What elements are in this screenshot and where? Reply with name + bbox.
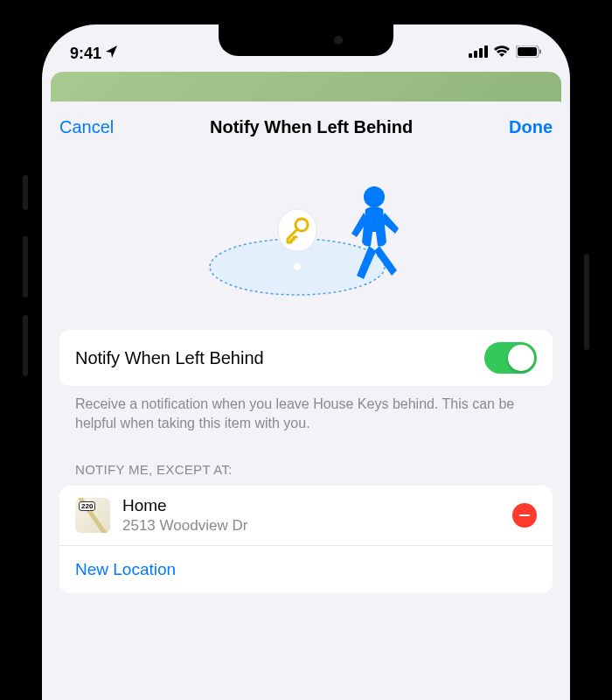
phone-frame: 9:41 Cancel Notify When <box>26 9 586 700</box>
screen: 9:41 Cancel Notify When <box>42 24 570 700</box>
status-left: 9:41 <box>70 45 119 63</box>
svg-point-10 <box>364 186 385 207</box>
location-name: Home <box>122 496 500 515</box>
svg-rect-1 <box>474 51 477 58</box>
location-text: Home 2513 Woodview Dr <box>122 496 500 535</box>
svg-rect-2 <box>479 48 483 58</box>
illustration <box>59 153 553 330</box>
map-thumbnail: 220 <box>75 498 110 533</box>
route-shield: 220 <box>79 501 95 511</box>
camera-dot <box>334 36 343 45</box>
mute-switch <box>23 175 28 210</box>
notify-toggle-card: Notify When Left Behind <box>59 330 553 386</box>
notify-toggle[interactable] <box>484 342 537 374</box>
svg-rect-3 <box>484 46 488 58</box>
modal-sheet: Cancel Notify When Left Behind Done <box>42 102 570 700</box>
done-button[interactable]: Done <box>509 117 553 137</box>
svg-rect-0 <box>469 53 472 58</box>
delete-location-button[interactable] <box>512 503 537 528</box>
power-button <box>584 254 589 350</box>
svg-rect-6 <box>539 50 541 54</box>
modal-title: Notify When Left Behind <box>210 117 413 137</box>
wifi-icon <box>493 46 511 61</box>
toggle-label: Notify When Left Behind <box>75 348 264 368</box>
description-text: Receive a notification when you leave Ho… <box>59 386 553 455</box>
notch <box>219 24 393 56</box>
status-right <box>469 46 542 61</box>
svg-point-8 <box>295 264 301 270</box>
new-location-button[interactable]: New Location <box>59 546 553 593</box>
volume-up <box>23 236 28 298</box>
battery-icon <box>516 46 542 61</box>
exceptions-card: 220 Home 2513 Woodview Dr New Location <box>59 486 553 593</box>
exceptions-header: NOTIFY ME, EXCEPT AT: <box>59 455 553 486</box>
notify-toggle-row: Notify When Left Behind <box>59 330 553 386</box>
location-arrow-icon <box>105 45 119 63</box>
toggle-knob <box>508 345 534 371</box>
cancel-button[interactable]: Cancel <box>59 117 114 137</box>
modal-header: Cancel Notify When Left Behind Done <box>59 102 553 153</box>
location-address: 2513 Woodview Dr <box>122 517 500 535</box>
location-row-home[interactable]: 220 Home 2513 Woodview Dr <box>59 486 553 546</box>
status-time: 9:41 <box>70 45 101 63</box>
cellular-icon <box>469 46 488 61</box>
svg-rect-5 <box>518 47 537 56</box>
volume-down <box>23 315 28 376</box>
